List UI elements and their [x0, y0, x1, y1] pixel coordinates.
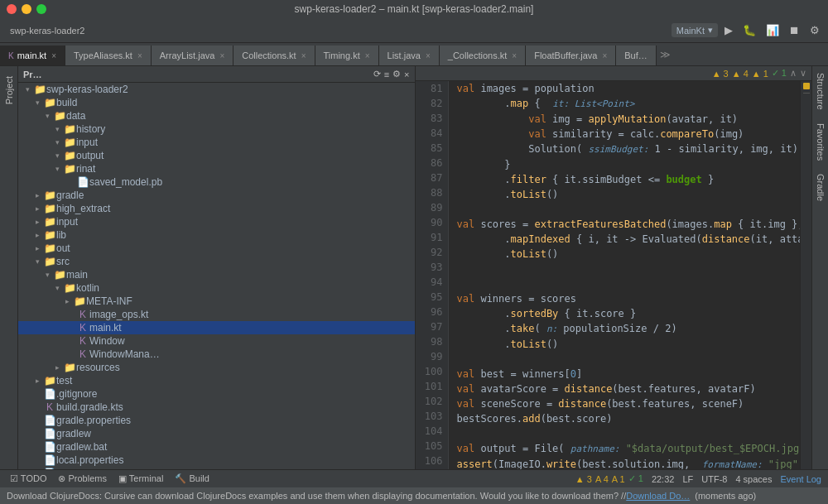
tree-item-gradle[interactable]: ▸ 📁 gradle [18, 189, 415, 202]
more-tabs-button[interactable]: ≫ [657, 49, 674, 60]
tab-collections[interactable]: Collections.kt × [233, 46, 315, 65]
close-tab-icon[interactable]: × [137, 51, 142, 60]
tree-label: gradle.properties [56, 415, 415, 426]
collapse-all-icon[interactable]: ≡ [384, 70, 389, 79]
sidebar-item-project[interactable]: Project [2, 70, 17, 111]
tab-typealiases[interactable]: TypeAliases.kt × [65, 46, 152, 65]
tree-label: gradlew.bat [56, 441, 415, 453]
maximize-button[interactable] [36, 4, 46, 14]
tree-item-data[interactable]: ▾ 📁 data [18, 109, 415, 122]
folder-icon: 📁 [33, 84, 46, 95]
close-tab-icon[interactable]: × [365, 51, 370, 60]
tree-item-gradle-props[interactable]: 📄 gradle.properties [18, 414, 415, 427]
warning-a1[interactable]: ▲ 1 [752, 69, 768, 79]
tree-item-gradlew[interactable]: 📄 gradlew [18, 427, 415, 440]
file-tree[interactable]: ▾ 📁 swp-keras-loader2 ▾ 📁 build ▾ 📁 data… [18, 83, 415, 469]
close-tab-icon[interactable]: × [602, 51, 607, 60]
coverage-button[interactable]: 📊 [763, 22, 782, 38]
tree-item-resources[interactable]: ▸ 📁 resources [18, 361, 415, 374]
debug-button[interactable]: 🐛 [739, 22, 759, 38]
tree-label: data [66, 110, 415, 122]
check-1[interactable]: ✓ 1 [772, 68, 787, 79]
tree-item-src[interactable]: ▾ 📁 src [18, 255, 415, 268]
toolbar-project-name[interactable]: swp-keras-loader2 [5, 24, 89, 37]
tree-item-rinat[interactable]: ▾ 📁 rinat [18, 162, 415, 175]
problems-badge[interactable]: ⊗ Problems [55, 473, 110, 485]
sync-icon[interactable]: ⟳ [373, 69, 381, 79]
minimize-button[interactable] [22, 4, 31, 14]
tree-item-meta-inf[interactable]: ▸ 📁 META-INF [18, 295, 415, 308]
tree-item-image-ops[interactable]: K image_ops.kt [18, 308, 415, 321]
settings-button[interactable]: ⚙ [806, 22, 823, 38]
tree-item-kotlin[interactable]: ▾ 📁 kotlin [18, 281, 415, 295]
tree-item-lib[interactable]: ▸ 📁 lib [18, 228, 415, 242]
folder-icon: 📁 [73, 295, 86, 307]
close-tab-icon[interactable]: × [426, 51, 431, 60]
folder-icon: 📁 [43, 216, 56, 228]
tab-main-kt[interactable]: K main.kt × [0, 46, 65, 65]
line-ending[interactable]: LF [682, 474, 693, 484]
tree-item-local-props[interactable]: 📄 local.properties [18, 454, 415, 467]
tree-item-out[interactable]: ▸ 📁 out [18, 242, 415, 255]
tree-item-input[interactable]: ▾ 📁 input [18, 136, 415, 149]
close-tab-icon[interactable]: × [301, 51, 306, 60]
event-log-button[interactable]: Event Log [780, 474, 821, 484]
tree-item-saved-model[interactable]: 📄 saved_model.pb [18, 175, 415, 189]
tree-item-main-kt[interactable]: K main.kt [18, 321, 415, 334]
settings-icon[interactable]: ⚙ [392, 69, 401, 79]
nav-up-icon[interactable]: ∧ [790, 68, 797, 79]
stop-button[interactable]: ⏹ [786, 22, 803, 38]
tree-item-gitignore[interactable]: 📄 .gitignore [18, 387, 415, 401]
sidebar-item-gradle[interactable]: Gradle [813, 167, 828, 208]
build-badge[interactable]: 🔨 Build [171, 473, 213, 485]
close-tab-icon[interactable]: × [219, 51, 224, 60]
tree-label: main.kt [89, 322, 415, 334]
tab-floatbuffer[interactable]: FloatBuffer.java × [526, 46, 616, 65]
tree-item-input2[interactable]: ▸ 📁 input [18, 215, 415, 228]
tree-item-swp[interactable]: ▾ 📁 swp-keras-loader2 [18, 83, 415, 96]
expand-arrow-icon: ▾ [41, 271, 53, 279]
tree-label: history [76, 123, 415, 135]
tree-label: WindowMana… [89, 348, 415, 360]
tab-list-java[interactable]: List.java × [379, 46, 440, 65]
file-encoding[interactable]: UTF-8 [701, 474, 727, 484]
tree-item-window[interactable]: K Window [18, 334, 415, 348]
nav-down-icon[interactable]: ∨ [800, 68, 806, 79]
close-sidebar-icon[interactable]: × [404, 70, 409, 79]
terminal-badge[interactable]: ▣ Terminal [115, 473, 166, 485]
sidebar-item-favorites[interactable]: Favorites [813, 117, 828, 167]
tree-item-high-extract[interactable]: ▸ 📁 high_extract [18, 202, 415, 215]
folder-icon: 📁 [63, 137, 76, 148]
warning-a3[interactable]: ▲ 3 [712, 69, 729, 79]
code-editor[interactable]: val images = population .map { it: List<… [449, 81, 801, 469]
tree-label: gradle [56, 190, 415, 201]
cursor-position[interactable]: 22:32 [652, 474, 675, 484]
tree-item-gradlew-bat[interactable]: 📄 gradlew.bat [18, 440, 415, 454]
tab-buf[interactable]: Buf… [616, 46, 657, 65]
close-tab-icon[interactable]: × [512, 51, 517, 60]
tab-label: TypeAliases.kt [74, 50, 132, 60]
tree-item-windowmana[interactable]: K WindowMana… [18, 348, 415, 361]
tab-collections2[interactable]: _Collections.kt × [440, 46, 526, 65]
tree-item-output[interactable]: ▾ 📁 output [18, 149, 415, 162]
tab-arraylist[interactable]: ArrayList.java × [152, 46, 233, 65]
close-tab-icon[interactable]: × [51, 51, 56, 60]
sidebar-item-structure[interactable]: Structure [813, 66, 828, 117]
warning-a4[interactable]: ▲ 4 [732, 69, 749, 79]
notification-link[interactable]: Download Do… [626, 491, 690, 501]
tree-item-build-gradle[interactable]: K build.gradle.kts [18, 401, 415, 414]
close-button[interactable] [7, 4, 17, 14]
expand-arrow-icon: ▸ [61, 297, 73, 305]
indent-info[interactable]: 4 spaces [735, 474, 772, 484]
run-button[interactable]: ▶ [721, 22, 736, 38]
folder-icon: 📁 [63, 150, 76, 161]
todo-badge[interactable]: ☑ TODO [7, 473, 50, 485]
tree-item-build[interactable]: ▾ 📁 build [18, 96, 415, 109]
tab-timing[interactable]: Timing.kt × [315, 46, 379, 65]
run-config-selector[interactable]: MainKt ▾ [672, 23, 718, 37]
expand-arrow-icon: ▸ [31, 218, 43, 226]
tree-item-main-folder[interactable]: ▾ 📁 main [18, 268, 415, 281]
expand-arrow-icon: ▸ [31, 244, 43, 252]
tree-item-test[interactable]: ▸ 📁 test [18, 374, 415, 387]
tree-item-history[interactable]: ▾ 📁 history [18, 122, 415, 136]
